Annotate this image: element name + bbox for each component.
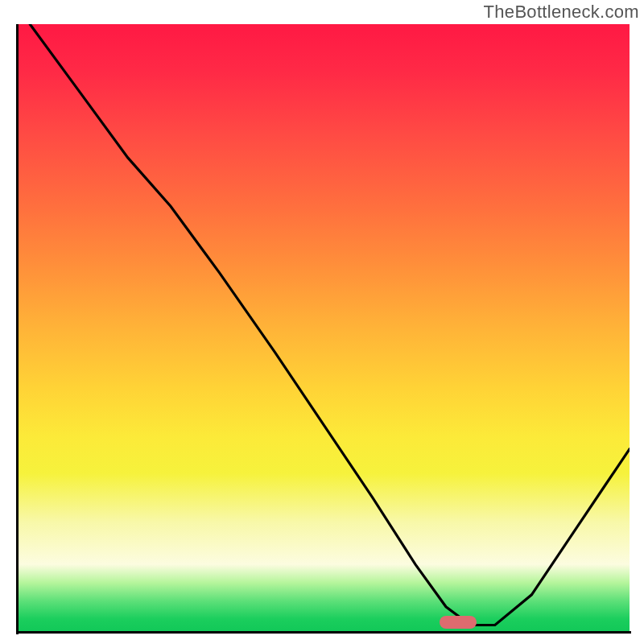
x-axis (16, 631, 631, 634)
watermark-label: TheBottleneck.com (484, 2, 639, 23)
minimum-marker (440, 616, 477, 629)
y-axis (16, 24, 19, 634)
curve-svg (18, 24, 630, 631)
curve-path (30, 24, 630, 625)
chart-stage: TheBottleneck.com (0, 0, 644, 644)
plot-area (18, 24, 630, 631)
